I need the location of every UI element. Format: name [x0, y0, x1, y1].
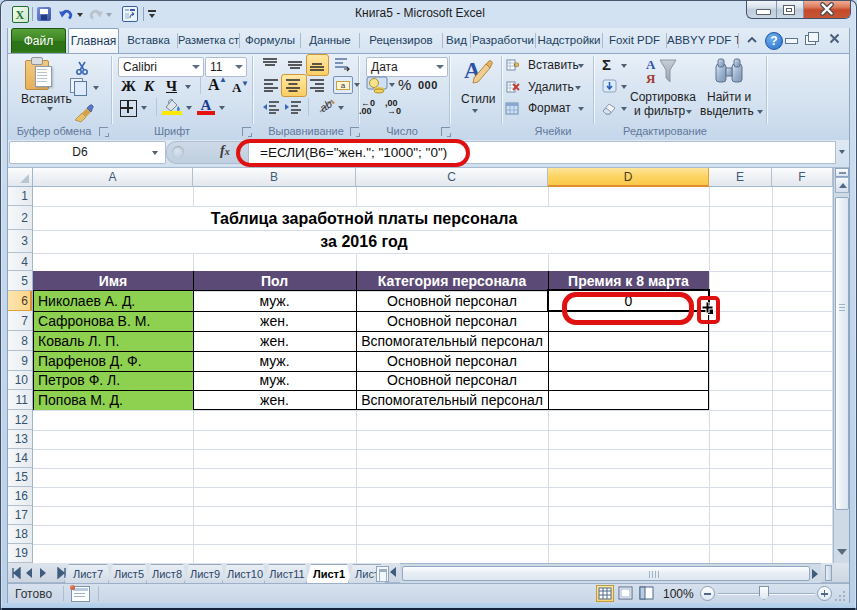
svg-text:→0: →0: [387, 106, 401, 114]
svg-text:А: А: [646, 57, 656, 72]
svg-text:,00: ,00: [359, 106, 372, 114]
svg-text:Я: Я: [646, 71, 656, 86]
